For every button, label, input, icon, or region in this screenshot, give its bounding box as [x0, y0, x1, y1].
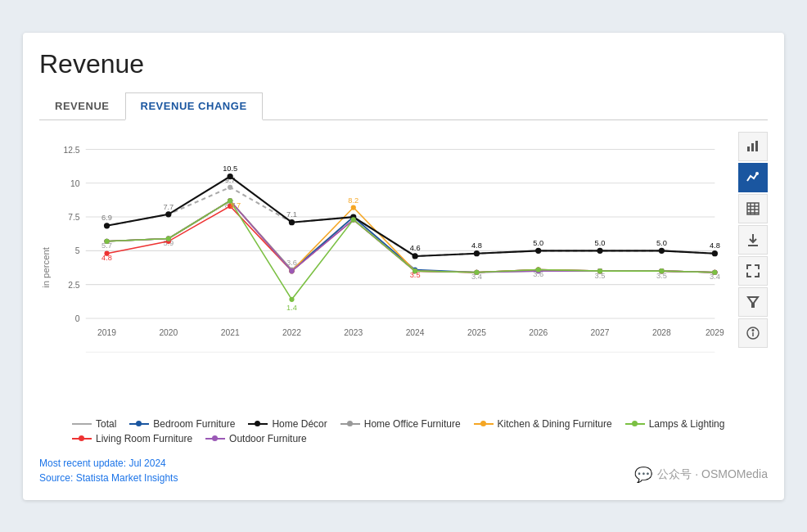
svg-text:0: 0 — [75, 314, 80, 323]
svg-text:3.4: 3.4 — [710, 273, 720, 281]
svg-point-153 — [752, 329, 754, 331]
svg-point-122 — [351, 217, 356, 222]
watermark-text: 公众号 · OSMOMedia — [657, 467, 768, 482]
svg-point-81 — [351, 205, 356, 210]
svg-text:2029: 2029 — [706, 327, 724, 336]
svg-point-107 — [535, 247, 541, 253]
legend-living-room: Living Room Furniture — [72, 433, 192, 444]
svg-text:5.0: 5.0 — [533, 239, 543, 247]
svg-rect-139 — [751, 143, 754, 151]
svg-text:2020: 2020 — [159, 327, 178, 336]
svg-rect-138 — [747, 147, 750, 151]
legend-lamps: Lamps & Lighting — [625, 418, 725, 430]
chart-legend: Total Bedroom Furniture Home Décor — [39, 418, 732, 444]
svg-point-102 — [228, 173, 233, 178]
svg-point-106 — [474, 250, 480, 256]
svg-text:2028: 2028 — [652, 327, 671, 336]
svg-point-103 — [289, 219, 295, 225]
svg-point-110 — [712, 250, 718, 256]
chart-container: in percent 12.5 10 7.5 5 2.5 0 2019 2020… — [39, 128, 732, 444]
svg-text:3.5: 3.5 — [656, 272, 667, 280]
svg-text:1.4: 1.4 — [286, 303, 297, 311]
svg-text:5.0: 5.0 — [656, 239, 667, 247]
legend-bedroom: Bedroom Furniture — [129, 418, 235, 430]
svg-text:2023: 2023 — [344, 327, 363, 336]
svg-text:5: 5 — [75, 246, 80, 255]
svg-point-109 — [659, 247, 665, 253]
svg-text:7.7: 7.7 — [163, 202, 174, 210]
svg-text:6.9: 6.9 — [101, 214, 112, 222]
line-chart: in percent 12.5 10 7.5 5 2.5 0 2019 2020… — [39, 128, 732, 407]
svg-text:10: 10 — [70, 178, 80, 187]
legend-home-decor: Home Décor — [248, 418, 327, 430]
svg-point-101 — [165, 211, 171, 217]
svg-text:2027: 2027 — [591, 327, 610, 336]
legend-outdoor: Outdoor Furniture — [205, 433, 307, 444]
main-card: Revenue REVENUE REVENUE CHANGE in percen… — [23, 33, 784, 500]
svg-text:2024: 2024 — [406, 327, 425, 336]
svg-text:3.6: 3.6 — [533, 270, 543, 278]
legend-home-office: Home Office Furniture — [340, 418, 461, 430]
svg-text:5.0: 5.0 — [595, 239, 606, 247]
svg-text:12.5: 12.5 — [63, 145, 79, 154]
page-title: Revenue — [39, 49, 768, 79]
svg-text:4.8: 4.8 — [710, 241, 720, 250]
svg-point-121 — [289, 296, 294, 301]
svg-text:2021: 2021 — [221, 327, 240, 336]
svg-text:4.6: 4.6 — [410, 244, 421, 252]
filter-icon[interactable] — [738, 287, 768, 317]
svg-text:2022: 2022 — [282, 327, 301, 336]
tab-bar: REVENUE REVENUE CHANGE — [39, 92, 768, 120]
info-icon[interactable] — [738, 318, 768, 348]
svg-text:in percent: in percent — [41, 246, 51, 288]
tab-revenue-change[interactable]: REVENUE CHANGE — [125, 92, 263, 120]
svg-text:10.5: 10.5 — [223, 165, 237, 173]
svg-point-118 — [104, 238, 109, 243]
tab-revenue[interactable]: REVENUE — [39, 92, 125, 119]
svg-point-119 — [166, 236, 171, 241]
wechat-icon: 💬 — [634, 466, 652, 484]
sidebar-icons — [738, 128, 768, 444]
svg-text:8.2: 8.2 — [348, 196, 358, 204]
svg-point-92 — [289, 268, 294, 273]
svg-point-108 — [597, 247, 602, 253]
svg-text:3.5: 3.5 — [410, 271, 421, 279]
chart-area: in percent 12.5 10 7.5 5 2.5 0 2019 2020… — [39, 128, 768, 444]
svg-text:4.8: 4.8 — [101, 253, 112, 261]
download-icon[interactable] — [738, 225, 768, 255]
svg-point-141 — [755, 172, 759, 175]
svg-text:7.1: 7.1 — [286, 210, 297, 219]
svg-point-100 — [104, 223, 110, 228]
svg-point-105 — [412, 253, 417, 259]
svg-text:7.5: 7.5 — [68, 213, 80, 222]
watermark: 💬 公众号 · OSMOMedia — [634, 466, 768, 484]
svg-text:2.5: 2.5 — [68, 280, 80, 289]
svg-text:3.5: 3.5 — [595, 272, 606, 280]
bar-chart-icon[interactable] — [738, 132, 768, 161]
expand-icon[interactable] — [738, 256, 768, 286]
svg-text:2026: 2026 — [529, 327, 548, 336]
svg-point-27 — [228, 184, 232, 189]
svg-text:3.6: 3.6 — [286, 258, 297, 266]
svg-text:2025: 2025 — [467, 327, 486, 336]
line-chart-icon[interactable] — [738, 163, 768, 192]
svg-text:2019: 2019 — [97, 327, 116, 336]
svg-marker-150 — [748, 297, 758, 307]
svg-rect-140 — [755, 141, 758, 151]
svg-text:4.8: 4.8 — [471, 241, 482, 250]
svg-text:8.7: 8.7 — [230, 201, 241, 209]
legend-total: Total — [72, 418, 116, 430]
legend-kitchen: Kitchen & Dining Furniture — [474, 418, 612, 430]
table-icon[interactable] — [738, 194, 768, 223]
svg-text:3.4: 3.4 — [471, 273, 482, 281]
